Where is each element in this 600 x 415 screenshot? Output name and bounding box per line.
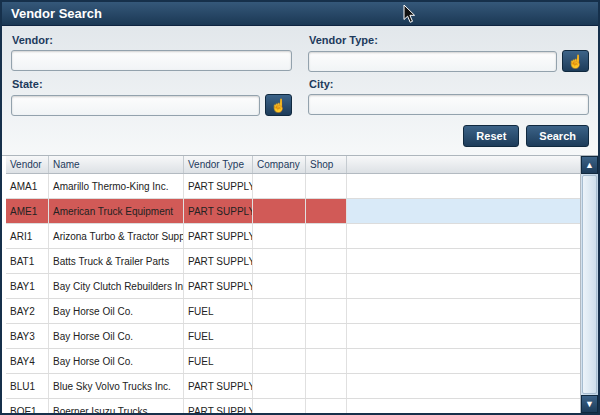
cell-vendor: BAT1	[6, 249, 49, 273]
table-row[interactable]: ARI1 Arizona Turbo & Tractor Supply Inc.…	[6, 224, 580, 249]
state-input[interactable]	[11, 95, 260, 116]
cell-vendor: ARI1	[6, 224, 49, 248]
cell-name: Bay Horse Oil Co.	[49, 299, 184, 323]
cell-vendor: BAY2	[6, 299, 49, 323]
cell-company	[253, 399, 306, 415]
cell-vendor-type: PART SUPPLY	[184, 374, 253, 398]
cell-company	[253, 349, 306, 373]
cell-vendor-type: PART SUPPLY	[184, 174, 253, 198]
cell-filler	[347, 349, 580, 373]
vendor-type-picker-button[interactable]: ☝	[562, 50, 589, 72]
cell-shop	[306, 349, 347, 373]
pointing-hand-icon: ☝	[567, 55, 583, 68]
city-label: City:	[309, 78, 589, 90]
results-grid: Vendor Name Vendor Type Company Shop AMA…	[6, 156, 580, 413]
cell-name: Arizona Turbo & Tractor Supply Inc.	[49, 224, 184, 248]
search-form: Vendor: Vendor Type: ☝ State:	[2, 26, 598, 155]
vertical-scrollbar: ▲ ▼	[580, 156, 598, 413]
cell-shop	[306, 174, 347, 198]
table-row[interactable]: BAY2 Bay Horse Oil Co. FUEL	[6, 299, 580, 324]
cell-vendor-type: FUEL	[184, 324, 253, 348]
cell-name: Amarillo Thermo-King Inc.	[49, 174, 184, 198]
cell-vendor-type: PART SUPPLY	[184, 399, 253, 415]
field-vendor-type: Vendor Type: ☝	[308, 31, 589, 72]
vendor-type-label: Vendor Type:	[309, 34, 589, 46]
cell-shop	[306, 224, 347, 248]
cell-name: Blue Sky Volvo Trucks Inc.	[49, 374, 184, 398]
cell-name: American Truck Equipment	[49, 199, 184, 223]
form-actions: Reset Search	[11, 125, 589, 147]
cell-company	[253, 224, 306, 248]
cell-vendor: BAY1	[6, 274, 49, 298]
column-header-filler	[347, 156, 580, 173]
cell-shop	[306, 399, 347, 415]
cell-name: Boerner Isuzu Trucks	[49, 399, 184, 415]
scroll-up-button[interactable]: ▲	[581, 156, 598, 174]
column-header-company[interactable]: Company	[253, 156, 306, 173]
cell-company	[253, 249, 306, 273]
cell-company	[253, 324, 306, 348]
column-header-shop[interactable]: Shop	[306, 156, 347, 173]
column-header-name[interactable]: Name	[49, 156, 184, 173]
cell-vendor: BLU1	[6, 374, 49, 398]
vendor-type-input[interactable]	[308, 51, 557, 72]
scrollbar-thumb[interactable]	[582, 175, 597, 394]
cell-shop	[306, 274, 347, 298]
cell-vendor-type: PART SUPPLY	[184, 274, 253, 298]
cell-shop	[306, 249, 347, 273]
cell-vendor-type: FUEL	[184, 349, 253, 373]
cell-vendor-type: PART SUPPLY	[184, 199, 253, 223]
cell-filler	[347, 174, 580, 198]
search-button[interactable]: Search	[526, 125, 589, 147]
title-bar: Vendor Search	[2, 2, 598, 26]
scroll-down-button[interactable]: ▼	[581, 395, 598, 413]
table-row-selected[interactable]: AME1 American Truck Equipment PART SUPPL…	[6, 199, 580, 224]
cell-shop	[306, 374, 347, 398]
table-row[interactable]: BAT1 Batts Truck & Trailer Parts PART SU…	[6, 249, 580, 274]
table-row[interactable]: BAY1 Bay City Clutch Rebuilders Inc. PAR…	[6, 274, 580, 299]
field-city: City:	[308, 75, 589, 116]
table-header-row: Vendor Name Vendor Type Company Shop	[6, 156, 580, 174]
cell-filler	[347, 199, 580, 223]
cell-shop	[306, 199, 347, 223]
vendor-input[interactable]	[11, 50, 292, 71]
cell-company	[253, 199, 306, 223]
table-row[interactable]: BLU1 Blue Sky Volvo Trucks Inc. PART SUP…	[6, 374, 580, 399]
cell-company	[253, 374, 306, 398]
column-header-vendor[interactable]: Vendor	[6, 156, 49, 173]
cell-name: Bay Horse Oil Co.	[49, 324, 184, 348]
arrow-down-icon: ▼	[585, 400, 594, 409]
cell-company	[253, 174, 306, 198]
table-row[interactable]: BAY3 Bay Horse Oil Co. FUEL	[6, 324, 580, 349]
arrow-up-icon: ▲	[585, 161, 594, 170]
city-input[interactable]	[308, 94, 589, 115]
column-header-vendor-type[interactable]: Vendor Type	[184, 156, 253, 173]
table-row[interactable]: BAY4 Bay Horse Oil Co. FUEL	[6, 349, 580, 374]
cell-filler	[347, 274, 580, 298]
cell-filler	[347, 224, 580, 248]
vendor-search-window: Vendor Search Vendor: Vendor Type: ☝	[0, 0, 600, 415]
cell-vendor-type: PART SUPPLY	[184, 224, 253, 248]
state-label: State:	[12, 78, 292, 90]
cell-filler	[347, 374, 580, 398]
scrollbar-track[interactable]	[581, 174, 598, 395]
reset-button[interactable]: Reset	[463, 125, 519, 147]
vendor-label: Vendor:	[12, 34, 292, 46]
cell-vendor: BAY3	[6, 324, 49, 348]
table-row[interactable]: AMA1 Amarillo Thermo-King Inc. PART SUPP…	[6, 174, 580, 199]
cell-name: Bay Horse Oil Co.	[49, 349, 184, 373]
state-picker-button[interactable]: ☝	[265, 94, 292, 116]
pointing-hand-icon: ☝	[270, 99, 286, 112]
cell-company	[253, 274, 306, 298]
cell-company	[253, 299, 306, 323]
cell-vendor: AME1	[6, 199, 49, 223]
cell-name: Bay City Clutch Rebuilders Inc.	[49, 274, 184, 298]
cell-shop	[306, 324, 347, 348]
cell-vendor: BOE1	[6, 399, 49, 415]
cell-name: Batts Truck & Trailer Parts	[49, 249, 184, 273]
table-row[interactable]: BOE1 Boerner Isuzu Trucks PART SUPPLY	[6, 399, 580, 415]
cell-vendor: BAY4	[6, 349, 49, 373]
window-title: Vendor Search	[11, 6, 102, 21]
cell-filler	[347, 399, 580, 415]
field-state: State: ☝	[11, 75, 292, 116]
